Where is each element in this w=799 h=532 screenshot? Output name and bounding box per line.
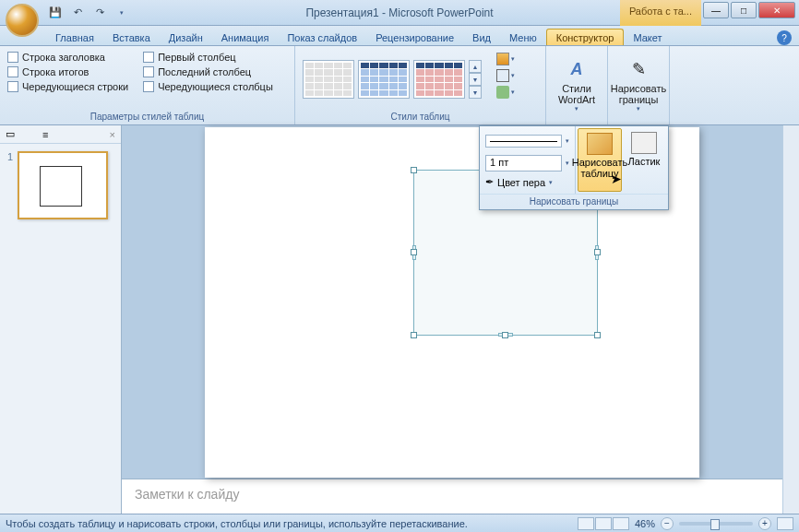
slides-tab-icon[interactable]: ▭ (6, 128, 15, 140)
fit-window-button[interactable] (777, 517, 793, 530)
check-last-col[interactable]: Последний столбец (143, 66, 273, 77)
effects-button[interactable]: ▾ (495, 85, 517, 100)
zoom-in-button[interactable]: + (758, 517, 771, 530)
draw-table-button[interactable]: Нарисовать таблицу (578, 128, 622, 192)
eraser-icon (631, 132, 657, 154)
draw-borders-button[interactable]: ✎ Нарисовать границы▾ (612, 48, 665, 123)
table-style-2[interactable] (358, 60, 410, 99)
slide-number: 1 (7, 151, 13, 162)
tab-menu[interactable]: Меню (500, 30, 546, 45)
check-first-col[interactable]: Первый столбец (143, 52, 273, 63)
contextual-tab-label: Работа с та... (620, 0, 701, 26)
maximize-button[interactable]: □ (731, 2, 757, 18)
pen-icon: ✒ (485, 176, 494, 188)
borders-button[interactable]: ▾ (495, 68, 517, 83)
table-style-1[interactable] (303, 60, 354, 99)
qat-save-icon[interactable]: 💾 (46, 4, 65, 22)
slide-thumbnail-1[interactable] (18, 151, 108, 219)
pen-style-dropdown-arrow[interactable]: ▾ (566, 137, 569, 145)
slideshow-view-button[interactable] (613, 517, 629, 530)
resize-handle-bm[interactable] (502, 332, 508, 338)
status-text: Чтобы создать таблицу и нарисовать строк… (6, 518, 468, 529)
notes-pane[interactable]: Заметки к слайду (122, 479, 782, 514)
vertical-scrollbar[interactable] (782, 125, 799, 514)
qat-undo-icon[interactable]: ↶ (68, 4, 87, 22)
table-style-3[interactable] (413, 60, 465, 99)
tab-layout[interactable]: Макет (624, 30, 671, 45)
tab-slideshow[interactable]: Показ слайдов (278, 30, 366, 45)
resize-handle-ml[interactable] (411, 249, 417, 255)
resize-handle-br[interactable] (594, 332, 601, 338)
resize-handle-tl[interactable] (411, 167, 417, 173)
slide-canvas-area[interactable] (122, 125, 782, 479)
pen-width-selector[interactable]: 1 пт (485, 155, 562, 171)
dropdown-group-label: Нарисовать границы (480, 194, 668, 209)
tab-animation[interactable]: Анимация (212, 30, 279, 45)
draw-table-icon (587, 133, 613, 155)
group-label-table-styles: Стили таблиц (299, 111, 542, 123)
minimize-button[interactable]: — (703, 2, 729, 18)
zoom-slider[interactable] (679, 522, 753, 526)
tab-review[interactable]: Рецензирование (366, 30, 463, 45)
eraser-button[interactable]: Ластик (622, 128, 666, 192)
draw-borders-dropdown: ▾ 1 пт ▾ ✒ Цвет пера ▾ Нарисовать таблиц… (479, 125, 669, 210)
pencil-icon: ✎ (625, 59, 652, 81)
close-button[interactable]: ✕ (758, 2, 795, 18)
help-button[interactable]: ? (777, 30, 792, 45)
tab-design[interactable]: Дизайн (160, 30, 212, 45)
pen-color-button[interactable]: ✒ Цвет пера ▾ (485, 176, 569, 188)
wordart-styles-button[interactable]: A Стили WordArt▾ (550, 48, 603, 123)
tab-home[interactable]: Главная (46, 30, 103, 45)
tab-view[interactable]: Вид (463, 30, 500, 45)
pen-style-selector[interactable] (485, 135, 562, 148)
group-label-table-style-options: Параметры стилей таблиц (4, 111, 291, 123)
check-total-row[interactable]: Строка итогов (7, 66, 128, 77)
check-header-row[interactable]: Строка заголовка (7, 52, 128, 63)
office-button[interactable] (6, 4, 39, 37)
check-banded-rows[interactable]: Чередующиеся строки (7, 81, 128, 92)
outline-tab-icon[interactable]: ≡ (42, 129, 48, 140)
zoom-out-button[interactable]: − (661, 517, 674, 530)
resize-handle-mr[interactable] (594, 249, 601, 255)
qat-redo-icon[interactable]: ↷ (90, 4, 109, 22)
sorter-view-button[interactable] (595, 517, 612, 530)
slide-thumbnails-panel: ▭ ≡ × 1 (0, 125, 122, 514)
wordart-icon: A (563, 59, 590, 81)
check-banded-cols[interactable]: Чередующиеся столбцы (143, 81, 273, 92)
resize-handle-bl[interactable] (411, 332, 417, 338)
close-panel-icon[interactable]: × (110, 129, 115, 140)
tab-constructor[interactable]: Конструктор (546, 29, 625, 45)
zoom-value[interactable]: 46% (635, 518, 655, 529)
tab-insert[interactable]: Вставка (103, 30, 160, 45)
gallery-scroll[interactable]: ▴▾▾ (469, 60, 482, 99)
pen-width-dropdown-arrow[interactable]: ▾ (566, 160, 569, 167)
window-title: Презентация1 - Microsoft PowerPoint (305, 6, 493, 19)
qat-customize-icon[interactable]: ▾ (113, 4, 131, 22)
shading-button[interactable]: ▾ (495, 52, 517, 66)
normal-view-button[interactable] (578, 517, 594, 530)
